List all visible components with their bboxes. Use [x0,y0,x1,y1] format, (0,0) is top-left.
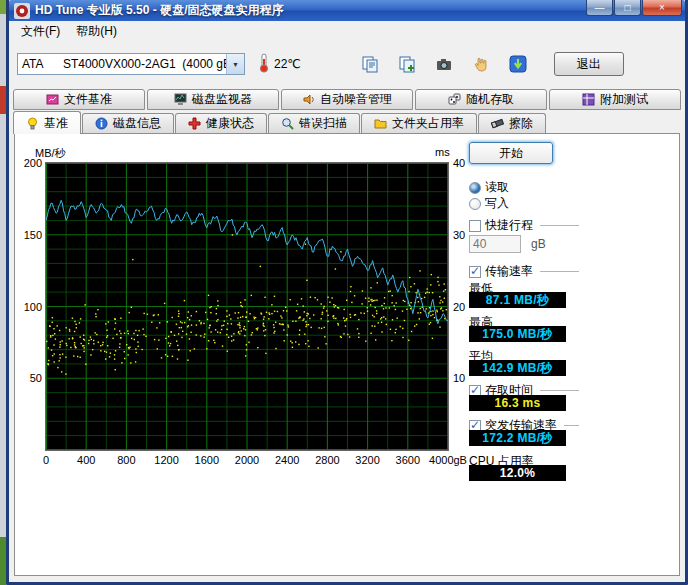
benchmark-panel: MB/秒 ms 50100150200 10203040 04008001200… [14,133,680,576]
tab-aam[interactable]: 自动噪音管理 [281,89,413,110]
y-right-axis-unit: ms [435,146,450,158]
tab-disk-info[interactable]: 磁盘信息 [82,113,174,133]
y-left-tick-label: 200 [24,157,42,169]
x-tick-label: 400 [77,454,95,466]
transfer-rate-checkbox[interactable]: 传输速率 [469,264,579,279]
menu-help[interactable]: 帮助(H) [68,21,125,42]
tab-label: 擦除 [509,115,533,132]
window-title: HD Tune 专业版 5.50 - 硬盘/固态硬盘实用程序 [35,2,581,19]
x-tick-label: 2400 [275,454,299,466]
tab-row-bottom: 基准 磁盘信息 健康状态 错误扫描 文件夹占用率 擦除 [9,110,685,133]
minimize-button[interactable]: — [586,0,613,16]
health-cross-icon [188,117,201,130]
checkbox-icon [469,266,481,278]
short-stroke-label: 快捷行程 [485,217,533,234]
divider [540,390,579,391]
tab-label: 磁盘信息 [113,115,161,132]
start-button[interactable]: 开始 [469,142,553,164]
screenshot-button[interactable] [431,51,458,77]
tab-benchmark[interactable]: 基准 [13,111,81,134]
download-button[interactable] [505,51,532,77]
hand-button[interactable] [468,51,495,77]
radio-icon [469,182,481,194]
tab-label: 随机存取 [466,91,514,108]
y-right-tick-label: 20 [453,301,465,313]
thermometer-icon [257,53,271,76]
tab-label: 文件基准 [64,91,112,108]
short-stroke-input[interactable] [469,235,521,253]
benchmark-plot-svg [46,163,448,450]
write-radio[interactable]: 写入 [469,196,579,211]
y-left-tick-label: 50 [30,372,42,384]
short-stroke-row: gB [469,236,579,251]
title-bar[interactable]: HD Tune 专业版 5.50 - 硬盘/固态硬盘实用程序 — □ × [9,0,685,21]
short-stroke-checkbox[interactable]: 快捷行程 [469,218,579,233]
drive-select-value: ATA ST4000VX000-2AG1 (4000 gB [18,57,226,71]
dice-icon [448,93,461,106]
divider [564,425,579,426]
read-label: 读取 [485,179,509,196]
write-label: 写入 [485,195,509,212]
cpu-usage-value: 12.0% [469,465,566,481]
tab-erase[interactable]: 擦除 [478,113,546,133]
x-tick-label: 3600 [396,454,420,466]
drive-select[interactable]: ATA ST4000VX000-2AG1 (4000 gB ▼ [17,53,245,75]
file-benchmark-icon [46,93,59,106]
close-button[interactable]: × [642,0,682,16]
min-value: 87.1 MB/秒 [469,292,566,308]
download-icon [509,55,527,73]
maximize-button[interactable]: □ [614,0,641,16]
y-right-tick-label: 30 [453,229,465,241]
tab-disk-monitor[interactable]: 磁盘监视器 [147,89,279,110]
max-value: 175.0 MB/秒 [469,326,566,342]
disk-monitor-icon [174,93,187,106]
x-tick-label: 1200 [154,454,178,466]
lamp-icon [26,117,39,130]
tab-label: 附加测试 [600,91,648,108]
tab-label: 文件夹占用率 [392,115,464,132]
extra-tests-icon [582,93,595,106]
y-left-tick-label: 150 [24,229,42,241]
toolbar: ATA ST4000VX000-2AG1 (4000 gB ▼ 22℃ 退出 [9,41,685,87]
transfer-rate-label: 传输速率 [485,263,533,280]
short-stroke-unit: gB [531,237,546,251]
x-tick-label: 4000gB [429,454,467,466]
copy-icon [361,55,379,73]
tab-row-top: 文件基准 磁盘监视器 自动噪音管理 随机存取 附加测试 [9,87,685,110]
eraser-icon [491,117,504,130]
menu-bar: 文件(F) 帮助(H) [9,21,685,41]
temperature-indicator: 22℃ [257,53,301,76]
copy-button[interactable] [357,51,384,77]
window-controls: — □ × [586,0,682,16]
tab-health[interactable]: 健康状态 [175,113,267,133]
hand-icon [472,55,490,73]
hdtune-window: HD Tune 专业版 5.50 - 硬盘/固态硬盘实用程序 — □ × 文件(… [6,0,688,585]
divider [540,225,579,226]
y-left-labels: 50100150200 [17,163,42,450]
exit-button[interactable]: 退出 [554,52,624,76]
camera-icon [435,55,453,73]
tab-folder-usage[interactable]: 文件夹占用率 [361,113,477,133]
chevron-down-icon[interactable]: ▼ [226,54,244,74]
radio-icon [469,198,481,210]
read-radio[interactable]: 读取 [469,180,579,195]
tab-file-benchmark[interactable]: 文件基准 [13,89,145,110]
avg-value: 142.9 MB/秒 [469,360,566,376]
tab-label: 基准 [44,115,68,132]
tab-random-access[interactable]: 随机存取 [415,89,547,110]
copy-add-button[interactable] [394,51,421,77]
copy-add-icon [398,55,416,73]
hdtune-app-icon [14,3,30,19]
burst-rate-value: 172.2 MB/秒 [469,430,566,446]
temperature-value: 22℃ [274,57,301,71]
x-tick-label: 2800 [315,454,339,466]
tab-extra-tests[interactable]: 附加测试 [549,89,681,110]
y-right-tick-label: 40 [453,157,465,169]
tab-label: 自动噪音管理 [320,91,392,108]
tab-error-scan[interactable]: 错误扫描 [268,113,360,133]
access-time-value: 16.3 ms [469,395,566,411]
tab-label: 健康状态 [206,115,254,132]
folder-icon [374,117,387,130]
magnifier-icon [281,117,294,130]
menu-file[interactable]: 文件(F) [13,21,68,42]
